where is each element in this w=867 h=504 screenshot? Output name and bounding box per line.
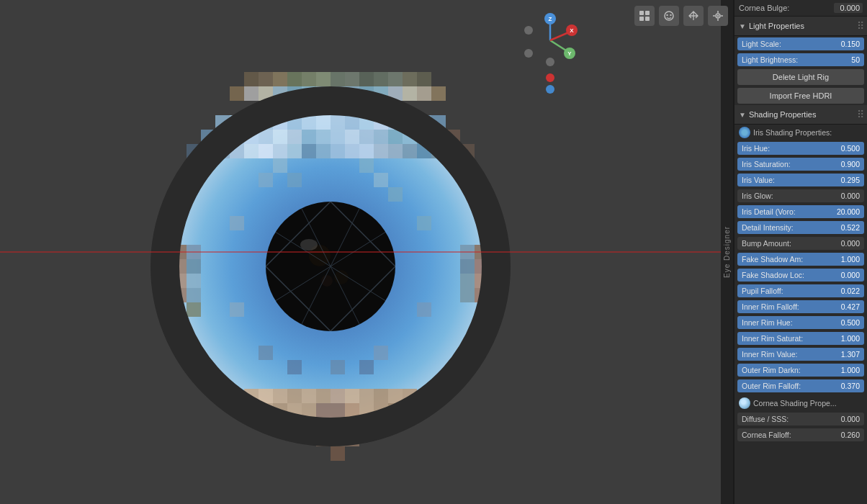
iris-glow-button[interactable]: Iris Glow: 0.000 bbox=[737, 189, 864, 202]
dot-red bbox=[546, 73, 554, 82]
outer-rim-falloff-button[interactable]: Outer Rim Falloff: 0.370 bbox=[737, 379, 864, 392]
svg-rect-90 bbox=[187, 288, 201, 302]
svg-rect-152 bbox=[230, 302, 244, 317]
import-free-hdri-button[interactable]: Import Free HDRI bbox=[737, 88, 864, 104]
outer-rim-darkn-row: Outer Rim Darkn: 1.000 bbox=[737, 363, 864, 377]
shading-properties-header[interactable]: ▼ Shading Properties ⠿ bbox=[735, 105, 867, 125]
diffuse-sss-button[interactable]: Diffuse / SSS: 0.000 bbox=[737, 413, 864, 426]
inner-rim-saturat-row: Inner Rim Saturat: 1.000 bbox=[737, 331, 864, 346]
svg-rect-73 bbox=[331, 144, 345, 158]
svg-rect-164 bbox=[645, 17, 650, 21]
pupil-falloff-button[interactable]: Pupil Falloff: 0.022 bbox=[737, 284, 864, 297]
svg-rect-89 bbox=[187, 274, 201, 288]
cornea-bulge-row: Cornea Bulge: 0.000 bbox=[735, 0, 867, 17]
svg-rect-50 bbox=[273, 130, 287, 144]
svg-rect-106 bbox=[331, 389, 345, 403]
svg-rect-2 bbox=[273, 72, 287, 86]
detail-intensity-row: Detail Intensity: 0.522 bbox=[737, 220, 864, 235]
detail-intensity-button[interactable]: Detail Intensity: 0.522 bbox=[737, 221, 864, 234]
inner-rim-value-button[interactable]: Inner Rim Value: 1.307 bbox=[737, 348, 864, 361]
svg-rect-14 bbox=[244, 86, 259, 101]
right-panel: Cornea Bulge: 0.000 ▼ Light Properties ⠿… bbox=[734, 0, 867, 504]
svg-rect-6 bbox=[331, 72, 345, 86]
grid-view-button[interactable] bbox=[634, 6, 655, 26]
svg-rect-13 bbox=[230, 86, 244, 101]
light-properties-header[interactable]: ▼ Light Properties ⠿ bbox=[735, 17, 867, 36]
move-button[interactable] bbox=[683, 6, 704, 26]
inner-rim-hue-row: Inner Rim Hue: 0.500 bbox=[737, 315, 864, 330]
diffuse-sss-row: Diffuse / SSS: 0.000 bbox=[737, 412, 864, 426]
iris-detail-voro-button[interactable]: Iris Detail (Voro: 20.000 bbox=[737, 205, 864, 218]
svg-rect-147 bbox=[359, 158, 374, 173]
outer-rim-falloff-row: Outer Rim Falloff: 0.370 bbox=[737, 379, 864, 393]
svg-point-184 bbox=[524, 26, 533, 35]
light-properties-title: Light Properties bbox=[749, 22, 857, 30]
light-brightness-label: Light Brightness: bbox=[742, 55, 798, 64]
iris-value-button[interactable]: Iris Value: 0.295 bbox=[737, 174, 864, 186]
svg-rect-56 bbox=[359, 130, 374, 144]
shading-properties-title: Shading Properties bbox=[749, 110, 857, 119]
iris-detail-voro-row: Iris Detail (Voro: 20.000 bbox=[737, 204, 864, 219]
bump-amount-row: Bump Amount: 0.000 bbox=[737, 236, 864, 251]
svg-rect-148 bbox=[374, 173, 388, 187]
svg-rect-3 bbox=[287, 72, 302, 86]
svg-rect-78 bbox=[403, 144, 417, 158]
svg-rect-149 bbox=[388, 187, 403, 202]
svg-rect-12 bbox=[417, 72, 431, 86]
svg-rect-1 bbox=[259, 72, 273, 86]
svg-rect-4 bbox=[302, 72, 316, 86]
light-scale-value: 0.150 bbox=[841, 40, 860, 48]
svg-rect-25 bbox=[403, 86, 417, 101]
svg-rect-156 bbox=[287, 360, 302, 374]
outer-rim-darkn-button[interactable]: Outer Rim Darkn: 1.000 bbox=[737, 364, 864, 377]
inner-rim-saturat-button[interactable]: Inner Rim Saturat: 1.000 bbox=[737, 332, 864, 345]
svg-rect-11 bbox=[403, 72, 417, 86]
svg-point-167 bbox=[670, 14, 671, 16]
face-view-button[interactable] bbox=[659, 6, 679, 26]
snap-button[interactable] bbox=[708, 6, 728, 26]
cornea-falloff-row: Cornea Falloff: 0.260 bbox=[737, 428, 864, 442]
cornea-falloff-button[interactable]: Cornea Falloff: 0.260 bbox=[737, 428, 864, 441]
svg-rect-103 bbox=[287, 389, 302, 403]
svg-rect-94 bbox=[460, 274, 475, 288]
svg-rect-54 bbox=[331, 130, 345, 144]
svg-rect-52 bbox=[302, 130, 316, 144]
svg-rect-72 bbox=[316, 144, 331, 158]
light-brightness-button[interactable]: Light Brightness: 50 bbox=[737, 53, 864, 66]
svg-rect-71 bbox=[302, 144, 316, 158]
cornea-shading-label: Cornea Shading Prope... bbox=[753, 399, 837, 408]
iris-hue-button[interactable]: Iris Hue: 0.500 bbox=[737, 142, 864, 155]
svg-rect-76 bbox=[374, 144, 388, 158]
light-properties-arrow: ▼ bbox=[739, 22, 746, 30]
iris-shading-label: Iris Shading Properties: bbox=[753, 128, 832, 137]
light-scale-button[interactable]: Light Scale: 0.150 bbox=[737, 37, 864, 50]
fake-shadow-loc-button[interactable]: Fake Shadow Loc: 0.000 bbox=[737, 269, 864, 282]
svg-point-159 bbox=[300, 239, 318, 251]
delete-light-rig-button[interactable]: Delete Light Rig bbox=[737, 69, 864, 85]
iris-glow-row: Iris Glow: 0.000 bbox=[737, 189, 864, 203]
viewport-toolbar bbox=[634, 6, 728, 26]
cornea-bulge-label: Cornea Bulge: bbox=[739, 4, 789, 12]
svg-rect-109 bbox=[374, 389, 388, 403]
svg-rect-105 bbox=[316, 389, 331, 403]
svg-rect-10 bbox=[388, 72, 403, 86]
svg-rect-158 bbox=[359, 360, 374, 374]
shading-properties-dots: ⠿ bbox=[857, 109, 863, 120]
svg-rect-151 bbox=[417, 216, 431, 230]
navigation-gizmo[interactable]: Z Y X bbox=[521, 12, 579, 69]
svg-rect-116 bbox=[316, 403, 331, 418]
svg-text:Y: Y bbox=[567, 50, 572, 57]
bump-amount-button[interactable]: Bump Amount: 0.000 bbox=[737, 237, 864, 250]
svg-rect-155 bbox=[374, 346, 388, 360]
inner-rim-hue-button[interactable]: Inner Rim Hue: 0.500 bbox=[737, 316, 864, 329]
inner-rim-falloff-button[interactable]: Inner Rim Falloff: 0.427 bbox=[737, 300, 864, 313]
iris-saturation-button[interactable]: Iris Saturation: 0.900 bbox=[737, 158, 864, 171]
fake-shadow-am-button[interactable]: Fake Shadow Am: 1.000 bbox=[737, 253, 864, 266]
svg-rect-37 bbox=[331, 115, 345, 130]
cornea-bulge-value[interactable]: 0.000 bbox=[834, 3, 863, 13]
svg-rect-144 bbox=[259, 173, 273, 187]
svg-rect-117 bbox=[331, 403, 345, 418]
iris-saturation-row: Iris Saturation: 0.900 bbox=[737, 157, 864, 171]
iris-shading-header-row: Iris Shading Properties: bbox=[735, 125, 867, 140]
svg-rect-157 bbox=[331, 360, 345, 374]
